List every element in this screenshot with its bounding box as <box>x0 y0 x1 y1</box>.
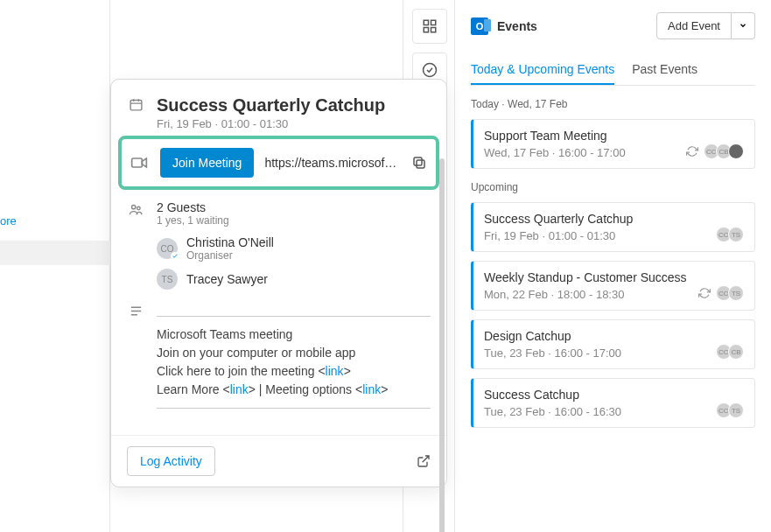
avatar: TS <box>157 269 178 290</box>
svg-rect-0 <box>424 20 428 24</box>
join-meeting-highlight: Join Meeting https://teams.microsof… <box>118 136 439 190</box>
svg-point-9 <box>131 206 135 209</box>
left-sidebar: ore <box>0 0 110 532</box>
popover-footer: Log Activity <box>111 435 446 486</box>
grid-icon <box>422 18 438 34</box>
event-time: Tue, 23 Feb · 16:00 - 17:00 <box>484 346 744 360</box>
calendar-icon <box>127 95 144 130</box>
meeting-url: https://teams.microsof… <box>264 156 401 170</box>
event-title: Weekly Standup - Customer Success <box>484 270 744 284</box>
meeting-title: Success Quarterly Catchup <box>157 95 431 116</box>
grid-icon-button[interactable] <box>412 9 447 44</box>
events-panel: O Events Add Event Today & Upcoming Even… <box>455 0 771 532</box>
event-card[interactable]: Success Quarterly Catchup Fri, 19 Feb · … <box>471 202 755 252</box>
add-event-dropdown[interactable] <box>732 12 755 39</box>
tabs: Today & Upcoming Events Past Events <box>471 55 755 86</box>
join-meeting-button[interactable]: Join Meeting <box>160 148 254 178</box>
svg-point-4 <box>424 64 437 77</box>
tab-upcoming[interactable]: Today & Upcoming Events <box>471 55 614 85</box>
event-card[interactable]: Support Team Meeting Wed, 17 Feb · 16:00… <box>471 119 755 169</box>
event-title: Design Catchup <box>484 329 744 343</box>
guests-count: 2 Guests <box>157 200 431 214</box>
tab-past[interactable]: Past Events <box>632 55 697 85</box>
panel-title-group: O Events <box>471 18 537 35</box>
check-circle-icon <box>422 62 438 78</box>
meeting-date: Fri, 19 Feb · 01:00 - 01:30 <box>157 117 431 130</box>
scrollbar-thumb[interactable] <box>439 158 445 532</box>
notes-icon <box>127 302 144 417</box>
event-card[interactable]: Design Catchup Tue, 23 Feb · 16:00 - 17:… <box>471 319 755 369</box>
event-time: Tue, 23 Feb · 16:00 - 16:30 <box>484 405 744 418</box>
svg-rect-3 <box>431 28 436 32</box>
event-title: Support Team Meeting <box>484 129 744 143</box>
svg-rect-6 <box>132 158 143 167</box>
avatar: CO <box>157 238 178 259</box>
people-icon <box>127 200 144 297</box>
event-meta: COCB <box>686 144 744 159</box>
svg-rect-2 <box>424 28 428 32</box>
join-link[interactable]: link <box>326 364 344 378</box>
panel-title: Events <box>497 19 537 33</box>
svg-rect-1 <box>431 20 436 24</box>
event-title: Success Quarterly Catchup <box>484 212 744 226</box>
attendee-name: Christina O'Neill <box>186 235 274 249</box>
svg-rect-8 <box>414 158 422 165</box>
svg-rect-7 <box>417 160 424 168</box>
meeting-options-link[interactable]: link <box>362 382 381 396</box>
log-activity-button[interactable]: Log Activity <box>127 446 215 476</box>
event-detail-popover: Success Quarterly Catchup Fri, 19 Feb · … <box>110 79 447 487</box>
svg-point-10 <box>137 206 140 210</box>
meeting-description: Microsoft Teams meeting Join on your com… <box>157 307 431 417</box>
add-event-button[interactable]: Add Event <box>656 12 732 39</box>
panel-header: O Events Add Event <box>471 12 755 39</box>
event-card[interactable]: Success Catchup Tue, 23 Feb · 16:00 - 16… <box>471 378 755 428</box>
guests-status: 1 yes, 1 waiting <box>157 214 431 227</box>
chevron-down-icon <box>739 21 747 30</box>
add-event-group: Add Event <box>656 12 755 39</box>
event-card[interactable]: Weekly Standup - Customer Success Mon, 2… <box>471 261 755 311</box>
more-link[interactable]: ore <box>0 214 17 228</box>
event-title: Success Catchup <box>484 388 744 402</box>
copy-icon[interactable] <box>411 155 427 171</box>
svg-rect-5 <box>130 101 142 110</box>
event-time: Fri, 19 Feb · 01:00 - 01:30 <box>484 229 744 242</box>
section-today-label: Today · Wed, 17 Feb <box>471 98 755 110</box>
attendee-role: Organiser <box>186 249 274 262</box>
outlook-icon: O <box>471 18 488 35</box>
section-upcoming-label: Upcoming <box>471 181 755 193</box>
popout-icon[interactable] <box>417 454 431 468</box>
confirmed-icon <box>171 252 179 261</box>
attendee-name: Tracey Sawyer <box>186 272 268 286</box>
refresh-icon <box>698 287 711 299</box>
refresh-icon <box>686 145 698 158</box>
attendee-row: CO Christina O'Neill Organiser <box>157 235 431 262</box>
attendee-row: TS Tracey Sawyer <box>157 269 431 290</box>
sidebar-selected-row[interactable] <box>0 241 110 265</box>
video-icon <box>130 154 148 172</box>
learn-more-link[interactable]: link <box>230 382 249 396</box>
